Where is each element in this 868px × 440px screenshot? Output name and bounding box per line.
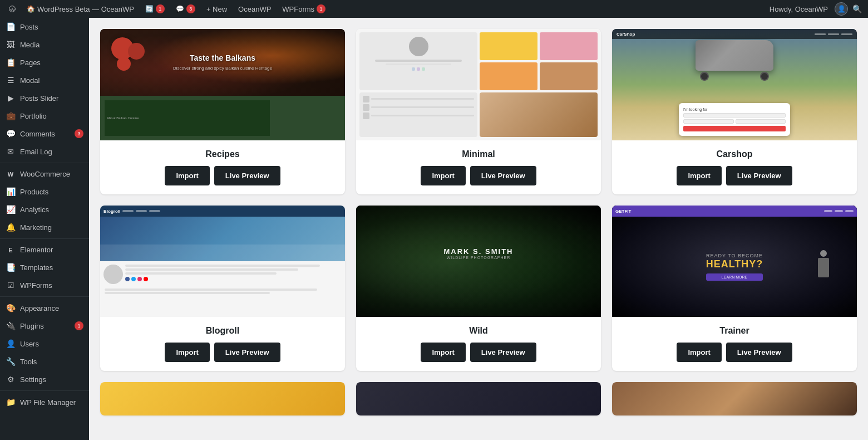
template-info-trainer: Trainer Import Live Preview [612,317,857,371]
import-button-trainer[interactable]: Import [677,343,721,362]
sidebar-label-templates: Templates [20,263,53,272]
sidebar-item-email-log[interactable]: ✉ Email Log [0,143,89,160]
trainer-ready-text: READY TO BECOME [706,253,763,258]
sidebar-item-pages[interactable]: 📋 Pages [0,53,89,71]
wp-logo[interactable] [4,0,20,18]
template-actions-carshop: Import Live Preview [621,166,848,185]
minimal-item-orange [480,62,537,90]
comments-sidebar-badge: 3 [75,129,83,138]
sidebar-label-posts: Posts [20,23,38,31]
sidebar-item-wp-file-manager[interactable]: 📁 WP File Manager [0,393,89,411]
template-card-trainer: GETFIT READY TO BECOME HEALTHY? [612,206,857,371]
sidebar-item-media[interactable]: 🖼 Media [0,36,89,53]
template-grid-partial [100,382,857,415]
sidebar-item-portfolio[interactable]: 💼 Portfolio [0,107,89,125]
import-button-minimal[interactable]: Import [421,166,465,185]
sidebar-item-wpforms[interactable]: ☑ WPForms [0,276,89,294]
template-preview-partial-3 [612,382,857,415]
blogroll-hero-bottom [100,245,345,261]
blogroll-text-area [125,265,342,284]
sidebar-item-woocommerce[interactable]: W WooCommerce [0,165,89,183]
sidebar-label-wp-file-manager: WP File Manager [20,398,76,407]
blogroll-content [100,261,345,287]
tomato-2 [128,43,145,60]
import-button-carshop[interactable]: Import [677,166,721,185]
wild-text-container: MARK S. SMITH WILDLIFE PHOTOGRAPHER [444,247,514,260]
elementor-icon: E [6,247,16,253]
template-preview-trainer: GETFIT READY TO BECOME HEALTHY? [612,206,857,317]
sidebar-label-modal: Modal [20,76,40,85]
blogroll-hero [100,217,345,261]
tools-icon: 🔧 [6,357,16,366]
admin-bar-oceanwp[interactable]: OceanWP [234,0,275,18]
trainer-text-container: READY TO BECOME HEALTHY? LEARN MORE [706,253,763,281]
template-preview-carshop: CarShop [612,29,857,140]
sidebar-item-templates[interactable]: 📑 Templates [0,258,89,276]
carshop-wheels [696,72,773,81]
preview-button-blogroll[interactable]: Live Preview [214,343,280,362]
minimal-list-item-3 [363,113,474,119]
search-icon[interactable]: 🔍 [850,2,864,16]
import-button-wild[interactable]: Import [421,343,465,362]
partial-preview-paris [612,382,857,415]
sidebar-item-comments[interactable]: 💬 Comments 3 [0,125,89,143]
blogroll-dot-fb [125,277,130,281]
preview-button-minimal[interactable]: Live Preview [470,166,536,185]
comments-sidebar-icon: 💬 [6,129,16,138]
template-actions-blogroll: Import Live Preview [109,343,336,362]
main-content: Taste the BalkansDiscover strong and spi… [89,18,868,440]
preview-button-carshop[interactable]: Live Preview [726,166,792,185]
minimal-item-yellow [480,32,537,60]
sidebar-item-plugins[interactable]: 🔌 Plugins 1 [0,317,89,335]
template-card-blogroll: Blogroll [100,206,345,371]
sidebar-label-posts-slider: Posts Slider [20,94,58,102]
sidebar-item-appearance[interactable]: 🎨 Appearance [0,299,89,317]
carshop-truck-body [696,40,773,71]
sidebar-item-posts-slider[interactable]: ▶ Posts Slider [0,89,89,107]
admin-avatar[interactable]: 👤 [835,2,848,16]
sidebar-label-users: Users [20,340,39,348]
sidebar-item-modal[interactable]: ☰ Modal [0,71,89,89]
trainer-logo: GETFIT [615,209,631,214]
recipes-preview-bottom: About Balkan Cuisine [100,96,345,140]
admin-bar-comments[interactable]: 💬 3 [171,0,200,18]
carshop-nav: CarShop [612,29,857,39]
preview-button-wild[interactable]: Live Preview [470,343,536,362]
file-manager-icon: 📁 [6,398,16,407]
sidebar-item-settings[interactable]: ⚙ Settings [0,370,89,388]
carshop-nav-item-2 [828,33,839,35]
template-card-carshop: CarShop [612,29,857,194]
sidebar-item-elementor[interactable]: E Elementor [0,241,89,258]
admin-bar-wpforms[interactable]: WPForms 1 [278,0,330,18]
sidebar-item-posts[interactable]: 📄 Posts [0,18,89,36]
import-button-blogroll[interactable]: Import [165,343,209,362]
sidebar: 📄 Posts 🖼 Media 📋 Pages ☰ Modal ▶ Posts … [0,18,89,440]
admin-bar-new[interactable]: + New [202,0,231,18]
sidebar-item-tools[interactable]: 🔧 Tools [0,353,89,370]
sidebar-item-analytics[interactable]: 📈 Analytics [0,201,89,218]
blogroll-bottom-line-1 [105,289,317,291]
wpforms-badge: 1 [317,4,326,13]
sidebar-label-wpforms: WPForms [20,281,52,290]
sidebar-item-users[interactable]: 👤 Users [0,335,89,353]
sidebar-item-marketing[interactable]: 🔔 Marketing [0,218,89,236]
minimal-list-item-2 [363,104,474,111]
sidebar-divider-3 [0,296,89,297]
preview-button-trainer[interactable]: Live Preview [726,343,792,362]
preview-button-recipes[interactable]: Live Preview [214,166,280,185]
sidebar-item-products[interactable]: 📊 Products [0,183,89,201]
import-button-recipes[interactable]: Import [165,166,209,185]
admin-bar-updates[interactable]: 🔄 1 [141,0,169,18]
sidebar-label-products: Products [20,188,48,196]
carshop-nav-item-1 [815,33,826,35]
trainer-nav-item-3 [845,210,854,212]
sidebar-label-portfolio: Portfolio [20,112,47,120]
wild-name-text: MARK S. SMITH [444,247,514,256]
template-name-blogroll: Blogroll [109,326,336,336]
template-card-partial-3 [612,382,857,415]
template-info-wild: Wild Import Live Preview [356,317,601,371]
plugins-icon: 🔌 [6,321,16,330]
admin-bar-site[interactable]: 🏠 WordPress Beta — OceanWP [22,0,139,18]
blogroll-dot-tw [131,277,136,281]
admin-bar-right: Howdy, OceanWP 👤 🔍 [765,2,864,16]
